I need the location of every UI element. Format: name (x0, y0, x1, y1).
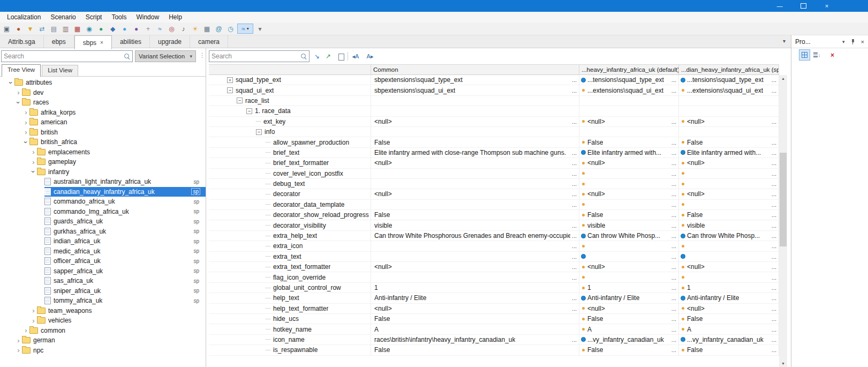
row-tree-cell[interactable]: flag_icon_override (209, 272, 371, 282)
common-cell[interactable]: <null>... (371, 117, 579, 126)
default-variant-cell[interactable]: ... (579, 200, 679, 209)
row-tree-cell[interactable]: allow_spawner_production (209, 137, 371, 147)
ellipsis-button[interactable]: ... (671, 272, 676, 282)
table-row[interactable]: +squad_type_extsbpextensions\squad_type_… (209, 75, 779, 85)
ellipsis-button[interactable]: ... (671, 179, 676, 189)
ellipsis-button[interactable]: ... (671, 200, 676, 209)
sp-variant-cell[interactable] (679, 127, 779, 137)
sp-variant-cell[interactable]: False... (679, 210, 779, 220)
ellipsis-button[interactable]: ... (772, 252, 776, 261)
ellipsis-button[interactable]: ... (671, 252, 676, 261)
inspect-icon[interactable]: ◎ (167, 24, 177, 34)
sp-variant-cell[interactable]: visible... (679, 220, 779, 230)
shield-icon[interactable]: ◆ (108, 24, 118, 34)
tree-item[interactable]: indian_africa_uksp (0, 236, 206, 246)
tab-tree-view[interactable]: Tree View (2, 64, 41, 77)
ellipsis-button[interactable]: ... (671, 75, 676, 85)
sp-variant-cell[interactable]: 1... (679, 283, 779, 293)
ellipsis-button[interactable]: ... (772, 262, 776, 272)
table-row[interactable]: decorator_data_template......... (209, 200, 779, 210)
ellipsis-button[interactable]: ... (572, 231, 577, 241)
edit-list-icon[interactable]: ▤ (49, 24, 59, 34)
common-cell[interactable]: Can throw White Phosphorous Grenades and… (371, 231, 579, 241)
chevron-icon[interactable]: › (30, 317, 37, 324)
default-variant-cell[interactable]: False... (579, 137, 679, 147)
maximize-button[interactable] (791, 0, 815, 12)
default-variant-cell[interactable] (579, 106, 679, 116)
scroll-down-icon[interactable]: ▾ (779, 361, 787, 366)
table-row[interactable]: −info (209, 127, 779, 137)
scroll-up-icon[interactable]: ▴ (779, 76, 787, 81)
common-cell[interactable]: A (371, 324, 579, 334)
tree-item[interactable]: ›british_africa (0, 137, 206, 147)
sp-variant-cell[interactable] (679, 96, 779, 106)
sphere-green-icon[interactable]: ● (96, 24, 106, 34)
chevron-icon[interactable]: › (30, 307, 37, 314)
sphere-purple-icon[interactable]: ● (131, 24, 141, 34)
variant-selection-dropdown[interactable]: Variant Selection (135, 50, 196, 62)
tree-item[interactable]: ›races (0, 98, 206, 108)
common-cell[interactable]: ... (371, 200, 579, 209)
default-variant-cell[interactable]: Anti-infantry / Elite... (579, 293, 679, 303)
default-variant-cell[interactable]: ... (579, 252, 679, 261)
table-row[interactable]: extra_icon......... (209, 241, 779, 251)
common-cell[interactable]: 1 (371, 283, 579, 293)
ellipsis-button[interactable]: ... (772, 85, 776, 95)
table-row[interactable]: decorator<null>...<null>...<null>... (209, 189, 779, 199)
tree-item[interactable]: tommy_africa_uksp (0, 296, 206, 306)
row-tree-cell[interactable]: decorator_visibility (209, 220, 371, 230)
vertical-scrollbar[interactable]: ▴ ▾ (779, 75, 787, 367)
sp-variant-cell[interactable]: ... (679, 272, 779, 282)
table-row[interactable]: extra_text......... (209, 252, 779, 262)
chevron-icon[interactable]: › (15, 99, 22, 106)
table-row[interactable]: global_unit_control_row11...1... (209, 283, 779, 293)
ellipsis-button[interactable]: ... (572, 262, 577, 272)
sp-variant-cell[interactable]: Elite infantry armed with...... (679, 148, 779, 158)
sp-variant-cell[interactable]: False... (679, 345, 779, 355)
sp-variant-cell[interactable]: Can throw White Phosp...... (679, 231, 779, 241)
default-variant-cell[interactable]: ... (579, 179, 679, 189)
ellipsis-button[interactable]: ... (772, 231, 776, 241)
row-tree-cell[interactable]: brief_text (209, 148, 371, 158)
toolbar-overflow-icon[interactable]: ▾ (255, 24, 265, 34)
ellipsis-button[interactable]: ... (671, 314, 676, 324)
common-cell[interactable]: <null>... (371, 158, 579, 168)
chevron-icon[interactable]: › (22, 129, 29, 136)
chevron-icon[interactable]: › (15, 337, 22, 344)
ellipsis-button[interactable]: ... (772, 314, 776, 324)
ellipsis-button[interactable]: ... (572, 158, 577, 168)
tab-upgrade[interactable]: upgrade (150, 35, 190, 48)
tree-item[interactable]: commando_africa_uksp (0, 197, 206, 207)
table-row[interactable]: flag_icon_override......... (209, 272, 779, 282)
common-cell[interactable]: ... (371, 252, 579, 261)
find-next-icon[interactable]: ↘ (312, 51, 322, 62)
tree-search-input[interactable] (2, 51, 125, 62)
common-cell[interactable]: <null>... (371, 189, 579, 199)
row-tree-cell[interactable]: extra_text_formatter (209, 262, 371, 272)
chevron-icon[interactable]: › (7, 79, 14, 86)
table-delete-icon[interactable]: ▦ (72, 24, 82, 34)
row-tree-cell[interactable]: brief_text_formatter (209, 158, 371, 168)
default-variant-cell[interactable]: ... (579, 241, 679, 251)
sp-variant-cell[interactable]: <null>... (679, 304, 779, 313)
default-variant-cell[interactable]: False... (579, 345, 679, 355)
ellipsis-button[interactable]: ... (572, 241, 577, 251)
minimize-button[interactable]: — (768, 0, 791, 12)
edit-form-icon[interactable]: ▥ (61, 24, 71, 34)
tree-item[interactable]: ›dev (0, 88, 206, 98)
collapse-icon[interactable]: − (256, 129, 262, 135)
column-header-default-variant[interactable]: ...heavy_infantry_africa_uk (default) (579, 65, 679, 74)
next-difference-icon[interactable]: A▸ (365, 51, 375, 62)
tree-item[interactable]: sniper_africa_uksp (0, 286, 206, 296)
tab-camera[interactable]: camera (190, 35, 228, 48)
ellipsis-button[interactable]: ... (772, 189, 776, 199)
default-variant-cell[interactable]: False... (579, 314, 679, 324)
default-variant-cell[interactable]: ... (579, 272, 679, 282)
common-cell[interactable] (371, 127, 579, 137)
sp-variant-cell[interactable]: False... (679, 314, 779, 324)
common-cell[interactable] (371, 96, 579, 106)
ellipsis-button[interactable]: ... (772, 148, 776, 158)
sync-icon[interactable]: ⇄ (37, 24, 47, 34)
ellipsis-button[interactable]: ... (572, 75, 577, 85)
default-variant-cell[interactable]: <null>... (579, 117, 679, 126)
